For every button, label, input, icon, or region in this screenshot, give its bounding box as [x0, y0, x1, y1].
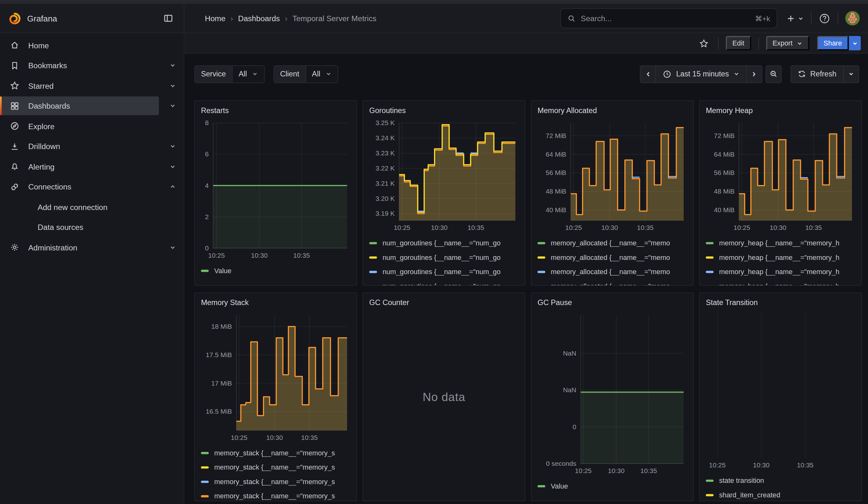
legend-item[interactable]: Value	[201, 264, 351, 278]
chevron-down-icon[interactable]	[169, 143, 176, 150]
chevron-down-icon[interactable]	[169, 102, 176, 109]
svg-text:10:30: 10:30	[608, 467, 624, 474]
star-outline-icon	[699, 39, 709, 48]
svg-text:3.25 K: 3.25 K	[375, 119, 395, 126]
panel-title[interactable]: GC Pause	[538, 298, 687, 311]
user-avatar[interactable]	[845, 11, 860, 25]
legend-item[interactable]: memory_heap {__name__="memory_h	[706, 236, 855, 250]
panel-title[interactable]: State Transition	[706, 298, 855, 311]
memory-stack-chart[interactable]: 16.5 MiB17 MiB17.5 MiB18 MiB10:2510:3010…	[201, 311, 351, 444]
panel-title[interactable]: Memory Allocated	[538, 106, 687, 119]
new-menu-button[interactable]	[787, 14, 804, 22]
chevron-up-icon[interactable]	[169, 184, 176, 190]
state-transition-chart[interactable]: 10:2510:3010:35	[706, 311, 855, 472]
sidebar-item-bookmarks[interactable]: Bookmarks	[0, 55, 184, 75]
sidebar-item-label: Explore	[28, 122, 54, 131]
legend-item[interactable]: num_goroutines {__name__="num_go	[369, 236, 519, 250]
panel-title[interactable]: Memory Heap	[706, 106, 855, 119]
sidebar-item-label: Add new connection	[38, 203, 107, 211]
svg-text:10:30: 10:30	[266, 434, 283, 441]
panel-restarts: Restarts 0246810:2510:3010:35 Value	[194, 100, 357, 286]
legend-item[interactable]: memory_heap {__name__="memory_h	[706, 279, 855, 286]
legend-label: Value	[214, 267, 231, 275]
legend-item[interactable]: state transition	[706, 474, 855, 488]
edit-button[interactable]: Edit	[726, 36, 751, 51]
search-input[interactable]: Search... ⌘+k	[560, 8, 777, 28]
sidebar-item-home[interactable]: Home	[0, 35, 184, 55]
chevron-down-icon[interactable]	[169, 244, 176, 251]
legend-item[interactable]: memory_allocated {__name__="memo	[538, 236, 687, 250]
time-range-picker[interactable]: Last 15 minutes	[655, 65, 746, 83]
chevron-down-icon[interactable]	[169, 82, 176, 89]
service-variable-label: Service	[195, 66, 232, 82]
sidebar-item-administration[interactable]: Administration	[0, 237, 184, 257]
panel-title[interactable]: Goroutines	[369, 106, 519, 119]
zoom-out-time-button[interactable]	[765, 65, 782, 83]
sidebar-item-add-new-connection[interactable]: Add new connection	[0, 197, 184, 217]
share-button[interactable]: Share	[817, 36, 849, 51]
client-variable-dropdown[interactable]: Client All	[273, 65, 338, 83]
client-variable-label: Client	[274, 66, 305, 82]
panel-title[interactable]: Restarts	[201, 106, 351, 119]
sidebar-item-dashboards[interactable]: Dashboards	[0, 96, 184, 116]
svg-text:10:25: 10:25	[734, 224, 750, 231]
svg-text:2: 2	[205, 213, 209, 220]
sidebar-item-alerting[interactable]: Alerting	[0, 156, 184, 176]
legend-item[interactable]: memory_stack {__name__="memory_s	[201, 446, 351, 460]
export-button[interactable]: Export	[766, 36, 809, 51]
legend-item[interactable]: num_goroutines {__name__="num_go	[369, 265, 519, 279]
svg-text:64 MiB: 64 MiB	[714, 151, 734, 158]
legend-item[interactable]: memory_heap {__name__="memory_h	[706, 250, 855, 265]
restarts-chart[interactable]: 0246810:2510:3010:35	[201, 119, 351, 261]
sidebar-item-drilldown[interactable]: Drilldown	[0, 136, 184, 156]
legend-item[interactable]: num_goroutines {__name__="num_go	[369, 250, 519, 265]
svg-text:3.20 K: 3.20 K	[375, 195, 395, 202]
breadcrumb-home[interactable]: Home	[205, 14, 226, 23]
breadcrumb-dashboards[interactable]: Dashboards	[238, 14, 280, 23]
refresh-button[interactable]: Refresh	[790, 65, 844, 83]
time-shift-forward-button[interactable]	[746, 65, 762, 83]
bookmark-icon	[10, 61, 20, 70]
legend-item[interactable]: memory_stack {__name__="memory_s	[201, 460, 351, 475]
goroutines-chart[interactable]: 3.19 K3.20 K3.21 K3.22 K3.23 K3.24 K3.25…	[369, 119, 519, 234]
time-shift-back-button[interactable]	[640, 65, 656, 83]
svg-text:72 MiB: 72 MiB	[546, 132, 566, 139]
mega-menu-dock-icon[interactable]	[161, 10, 176, 26]
help-button[interactable]	[819, 12, 830, 24]
legend-color-chip	[369, 271, 377, 273]
legend-item[interactable]: Value	[538, 479, 687, 494]
service-variable-dropdown[interactable]: Service All	[194, 65, 265, 83]
gc-pause-chart[interactable]: NaNNaN00 seconds10:2510:3010:35	[538, 311, 687, 477]
legend-item[interactable]: memory_stack {__name__="memory_s	[201, 489, 351, 502]
share-menu-caret[interactable]	[849, 36, 861, 51]
legend-item[interactable]: num_goroutines {__name__="num_go	[369, 279, 519, 286]
sidebar-item-data-sources[interactable]: Data sources	[0, 217, 184, 237]
sidebar-item-explore[interactable]: Explore	[0, 116, 184, 136]
legend-color-chip	[369, 256, 377, 259]
refresh-interval-caret[interactable]	[843, 65, 859, 83]
sidebar-item-starred[interactable]: Starred	[0, 75, 184, 95]
favorite-star-button[interactable]	[697, 36, 711, 50]
panel-title[interactable]: Memory Stack	[201, 298, 351, 311]
svg-text:10:35: 10:35	[805, 224, 822, 231]
app-title: Grafana	[27, 13, 57, 23]
breadcrumb-separator: ›	[285, 14, 287, 23]
memory-heap-chart[interactable]: 40 MiB48 MiB56 MiB64 MiB72 MiB10:2510:30…	[706, 119, 855, 234]
sidebar-header: Grafana	[0, 4, 184, 32]
legend-item[interactable]: memory_allocated {__name__="memo	[538, 279, 687, 286]
connections-icon	[10, 182, 20, 192]
window-top-strip	[0, 0, 868, 4]
sidebar-item-connections[interactable]: Connections	[0, 176, 184, 196]
memory-allocated-chart[interactable]: 40 MiB48 MiB56 MiB64 MiB72 MiB10:2510:30…	[538, 119, 687, 234]
clock-icon	[663, 70, 672, 78]
drilldown-icon	[10, 142, 20, 151]
chevron-down-icon[interactable]	[169, 163, 176, 170]
svg-text:3.22 K: 3.22 K	[375, 165, 395, 172]
legend-item[interactable]: shard_item_created	[706, 488, 855, 501]
legend-item[interactable]: memory_allocated {__name__="memo	[538, 265, 687, 279]
legend-item[interactable]: memory_stack {__name__="memory_s	[201, 475, 351, 489]
legend-label: memory_heap {__name__="memory_h	[719, 268, 839, 276]
legend-item[interactable]: memory_heap {__name__="memory_h	[706, 265, 855, 279]
legend-item[interactable]: memory_allocated {__name__="memo	[538, 250, 687, 265]
chevron-down-icon[interactable]	[169, 62, 176, 69]
